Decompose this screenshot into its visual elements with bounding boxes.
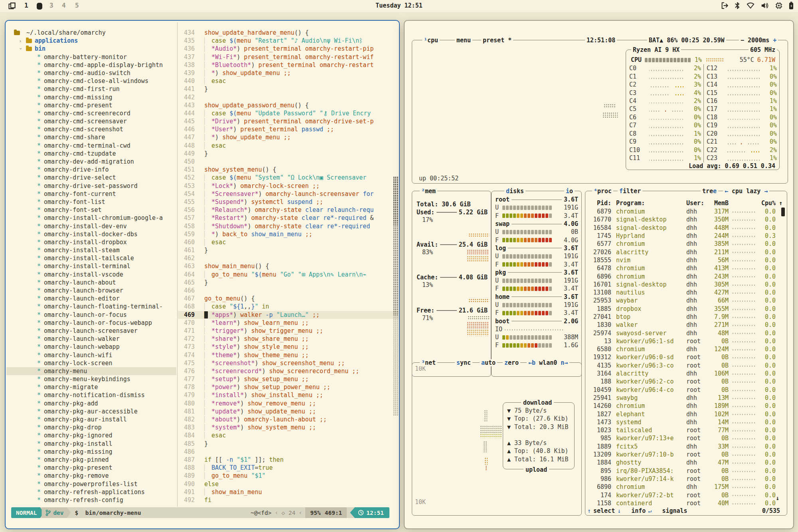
disks-io-tab[interactable]: io — [564, 188, 575, 195]
code-line-442[interactable]: 442 — [178, 93, 399, 101]
code-line-477[interactable]: 477▏ *setup*) show_setup_menu ;; — [178, 375, 399, 383]
btop-preset-button[interactable]: preset * — [481, 37, 513, 44]
tree-item-omarchy-lock-screen[interactable]: *omarchy-lock-screen — [6, 359, 176, 367]
code-line-491[interactable]: 491▏ show_main_menu — [178, 488, 399, 496]
code-line-461[interactable]: 461} — [178, 246, 399, 254]
process-row-986[interactable]: 986kworker/u97:14-kroot0B0.0 — [587, 475, 781, 483]
proc-tree-button[interactable]: tree — [701, 188, 718, 195]
process-row-16584[interactable]: 16584signal-desktopdhh448M0.0 — [587, 224, 781, 232]
tree-item-omarchy-install-dropbox[interactable]: *omarchy-install-dropbox — [6, 238, 176, 246]
code-line-476[interactable]: 476▏ *screenrecord*) show_screenrecord_m… — [178, 367, 399, 375]
tree-item-omarchy-font-list[interactable]: *omarchy-font-list — [6, 198, 176, 206]
code-line-435[interactable]: 435▏ case $(menu "Restart" "♪ Audio\nψ W… — [178, 37, 399, 45]
code-line-466[interactable]: 466 — [178, 287, 399, 295]
tree-item-omarchy-cmd-screensaver[interactable]: *omarchy-cmd-screensaver — [6, 117, 176, 125]
wifi-icon[interactable] — [746, 2, 755, 10]
update-interval-control[interactable]: − 2000ms + — [739, 37, 778, 44]
code-line-437[interactable]: 437▏ *Wi-Fi*) present_terminal omarchy-r… — [178, 53, 399, 61]
tree-item-omarchy-pkg-pinned[interactable]: *omarchy-pkg-pinned — [6, 456, 176, 464]
tree-item-omarchy-pkg-missing[interactable]: *omarchy-pkg-missing — [6, 448, 176, 456]
code-line-481[interactable]: 481▏ *update*) show_update_menu ;; — [178, 407, 399, 415]
code-line-463[interactable]: 463show_main_menu() { — [178, 262, 399, 270]
tree-item-omarchy-cmd-present[interactable]: *omarchy-cmd-present — [6, 101, 176, 109]
tree-item-omarchy-pkg-add[interactable]: *omarchy-pkg-add — [6, 399, 176, 407]
tree-item-omarchy-menu[interactable]: *omarchy-menu — [6, 367, 176, 375]
process-row-18555[interactable]: 18555nvimdhh56M0.0 — [587, 256, 781, 264]
code-line-459[interactable]: 459▏ *) back_to show_main_menu ;; — [178, 230, 399, 238]
process-row-1827[interactable]: 1827elephantdhh102M0.0 — [587, 410, 781, 418]
code-line-464[interactable]: 464▏ go_to_menu "$(menu "Go" "⊞ Apps\n✎ … — [178, 271, 399, 279]
tree-item-omarchy-cmd-missing[interactable]: *omarchy-cmd-missing — [6, 93, 176, 101]
tree-item-applications[interactable]: ›applications — [6, 37, 176, 45]
code-line-485[interactable]: 485} — [178, 440, 399, 448]
net-zero-button[interactable]: zero — [503, 359, 520, 366]
tree-item-omarchy-powerprofiles-list[interactable]: *omarchy-powerprofiles-list — [6, 480, 176, 488]
process-row-14260[interactable]: 14260chromiumdhh189M0.0 — [587, 402, 781, 410]
tree-item-omarchy-cmd-close-all-windows[interactable]: *omarchy-cmd-close-all-windows — [6, 77, 176, 85]
tree-item-omarchy-install-vscode[interactable]: *omarchy-install-vscode — [6, 271, 176, 279]
process-row-25974[interactable]: 25974swayosd-serverdhh48M0.0 — [587, 329, 781, 337]
code-line-441[interactable]: 441} — [178, 85, 399, 93]
tree-item-omarchy-cmd-share[interactable]: *omarchy-cmd-share — [6, 133, 176, 141]
process-row-27041[interactable]: 27041btopdhh7.9M0.0 — [587, 313, 781, 321]
code-line-462[interactable]: 462 — [178, 254, 399, 262]
code-line-440[interactable]: 440▏ esac — [178, 77, 399, 85]
tree-item-omarchy-refresh-applications[interactable]: *omarchy-refresh-applications — [6, 488, 176, 496]
code-line-475[interactable]: 475▏ *screenshot*) show_screenshot_menu … — [178, 359, 399, 367]
code-line-450[interactable]: 450 — [178, 158, 399, 166]
proc-sort-control[interactable]: ← cpu lazy → — [723, 188, 769, 195]
process-row-13108[interactable]: 13108nautilusdhh427M0.0 — [587, 289, 781, 297]
code-line-458[interactable]: 458▏ *Shutdown*) omarchy-state clear re*… — [178, 222, 399, 230]
code-line-478[interactable]: 478▏ *power*) show_setup_power_menu ;; — [178, 383, 399, 391]
code-line-484[interactable]: 484▏ esac — [178, 431, 399, 439]
process-row-27026[interactable]: 27026alacrittydhh211M0.0 — [587, 248, 781, 256]
tree-item-omarchy-launch-floating-terminal-[interactable]: *omarchy-launch-floating-terminal- — [6, 303, 176, 310]
volume-icon[interactable] — [760, 2, 769, 10]
tree-item-omarchy-cmd-terminal-cwd[interactable]: *omarchy-cmd-terminal-cwd — [6, 142, 176, 150]
tree-item-omarchy-pkg-remove[interactable]: *omarchy-pkg-remove — [6, 472, 176, 480]
code-line-465[interactable]: 465} — [178, 279, 399, 287]
pane-separator[interactable] — [177, 22, 178, 507]
btop-window[interactable]: ¹cpu menu preset * 12:51:08 BAT▲ 86% 00:… — [404, 20, 794, 529]
battery-charging-icon[interactable] — [788, 1, 794, 10]
code-line-444[interactable]: 444▏ case $(menu "Update Password" "⚷ Dr… — [178, 109, 399, 117]
disks-panel-tab[interactable]: disks — [504, 188, 525, 195]
code-line-434[interactable]: 434show_update_hardware_menu() { — [178, 29, 399, 37]
process-row-16770[interactable]: 16770signal-desktopdhh350M0.0 — [587, 216, 781, 223]
process-row-13[interactable]: 13kworker/u96:1-sdroot0B0.0 — [587, 337, 781, 345]
net-auto-button[interactable]: auto — [480, 359, 497, 366]
code-line-455[interactable]: 455▏ *Suspend*) systemctl suspend ;; — [178, 198, 399, 206]
editor-window[interactable]: ~/.local/share/omarchy›applications›bin*… — [5, 20, 400, 529]
process-row-1158[interactable]: 1158containerdroot40M0.0 — [587, 499, 781, 507]
process-row-25941[interactable]: 25941swaybgdhh13M0.0 — [587, 394, 781, 402]
process-row-3164[interactable]: 3164alacrittydhh106M0.0 — [587, 370, 781, 378]
process-row-19312[interactable]: 19312kworker/u96:0-sdroot0B0.0 — [587, 353, 781, 361]
code-line-490[interactable]: 490else — [178, 480, 399, 488]
code-line-454[interactable]: 454▏ *Screensaver*) omarchy-launch-scree… — [178, 190, 399, 198]
code-line-448[interactable]: 448▏ esac — [178, 142, 399, 150]
tree-item-omarchy-refresh-config[interactable]: *omarchy-refresh-config — [6, 496, 176, 504]
code-line-439[interactable]: 439▏ *) show_update_menu ;; — [178, 69, 399, 77]
process-row-6577[interactable]: 6577chromiumdhh385M0.0 — [587, 240, 781, 248]
tree-root[interactable]: ~/.local/share/omarchy — [6, 29, 176, 37]
tree-item-omarchy-notification-dismiss[interactable]: *omarchy-notification-dismiss — [6, 391, 176, 399]
process-row-6879[interactable]: 6879chromiumdhh317M0.0 — [587, 208, 781, 216]
code-line-445[interactable]: 445▏ *Drive*) present_terminal omarchy-d… — [178, 117, 399, 125]
code-line-436[interactable]: 436▏ *Audio*) present_terminal omarchy-r… — [178, 45, 399, 53]
file-tree[interactable]: ~/.local/share/omarchy›applications›bin*… — [6, 29, 176, 504]
tree-item-omarchy-launch-editor[interactable]: *omarchy-launch-editor — [6, 295, 176, 303]
code-line-452[interactable]: 452▏ case $(menu "System" "Ω Lock\n▣ Scr… — [178, 174, 399, 182]
tree-item-omarchy-launch-about[interactable]: *omarchy-launch-about — [6, 279, 176, 287]
code-line-447[interactable]: 447▏ *) show_update_menu ;; — [178, 133, 399, 141]
btop-menu-button[interactable]: menu — [455, 37, 472, 44]
tree-item-omarchy-install-terminal[interactable]: *omarchy-install-terminal — [6, 262, 176, 270]
code-line-472[interactable]: 472▏ *share*) show_share_menu ;; — [178, 335, 399, 343]
tree-item-omarchy-dev-add-migration[interactable]: *omarchy-dev-add-migration — [6, 158, 176, 166]
process-row-6896[interactable]: 6896chromiumdhh243M0.0 — [587, 272, 781, 280]
chip-icon[interactable] — [775, 2, 783, 10]
code-line-474[interactable]: 474▏ *theme*) show_theme_menu ;; — [178, 351, 399, 359]
process-row-1889[interactable]: 1889fcitx5dhh33M0.0 — [587, 443, 781, 451]
process-list[interactable]: 6879chromiumdhh317M0.016770signal-deskto… — [587, 208, 781, 507]
code-line-456[interactable]: 456▏ *Relaunch*) omarchy-state clear rel… — [178, 206, 399, 214]
tree-item-omarchy-cmd-first-run[interactable]: *omarchy-cmd-first-run — [6, 85, 176, 93]
